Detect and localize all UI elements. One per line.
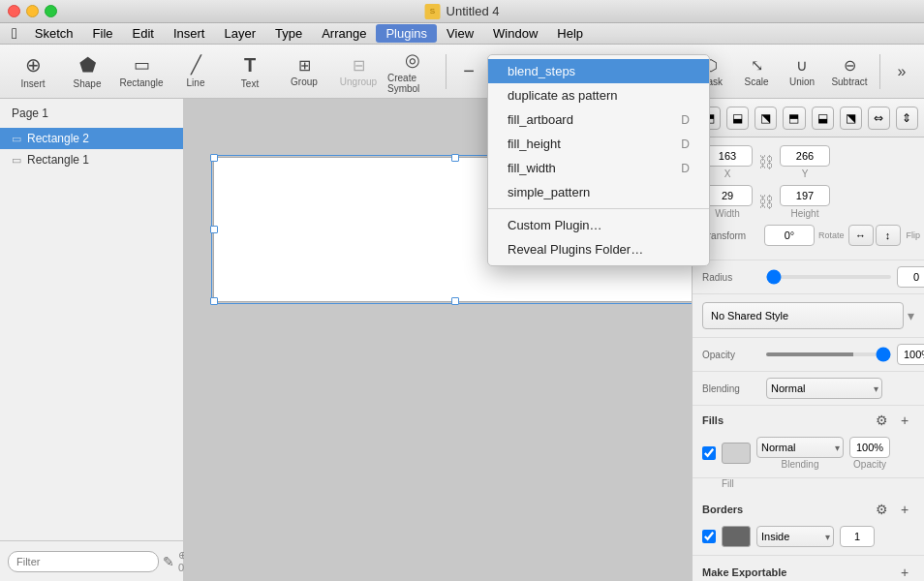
menu-item-blend-steps[interactable]: blend_steps	[488, 59, 709, 83]
ungroup-button[interactable]: ⊟ Ungroup	[333, 48, 384, 95]
scale-icon: ⤡	[751, 56, 763, 75]
doc-name: Untitled 4	[447, 4, 500, 18]
flip-v-button[interactable]: ↕	[876, 225, 901, 246]
menu-item-custom-plugin[interactable]: Custom Plugin…	[488, 213, 709, 237]
simple-pattern-label: simple_pattern	[508, 185, 590, 199]
x-label: X	[724, 168, 731, 179]
fill-width-shortcut: D	[681, 162, 690, 175]
radius-input[interactable]	[897, 266, 924, 288]
menu-item-fill-artboard[interactable]: fill_artboard D	[488, 107, 709, 132]
radius-label: Radius	[702, 272, 760, 283]
radius-slider[interactable]	[766, 275, 891, 279]
zoom-out-button[interactable]: −	[454, 48, 483, 95]
menu-sketch[interactable]: Sketch	[25, 24, 83, 43]
make-exportable-add-button[interactable]: +	[895, 564, 914, 581]
shared-style-arrow[interactable]: ▾	[908, 308, 914, 323]
handle-ml[interactable]	[210, 226, 218, 233]
group-button[interactable]: ⊞ Group	[279, 48, 329, 95]
menu-arrange[interactable]: Arrange	[312, 24, 376, 43]
sidebar-page: Page 1	[0, 99, 183, 128]
filter-input[interactable]	[8, 551, 159, 572]
borders-gear-button[interactable]: ⚙	[872, 501, 891, 518]
menu-plugins[interactable]: Plugins	[376, 24, 437, 43]
maximize-button[interactable]	[45, 5, 57, 17]
align-bottom-button[interactable]: ⬔	[840, 107, 862, 130]
rotate-input[interactable]	[764, 225, 815, 246]
handle-tl[interactable]	[210, 154, 218, 162]
fills-title: Fills	[702, 414, 724, 426]
scale-label: Scale	[744, 76, 768, 87]
borders-section: Borders ⚙ + Inside Outside Center	[693, 495, 924, 556]
height-input[interactable]	[780, 185, 830, 206]
menu-edit[interactable]: Edit	[123, 24, 164, 43]
flip-h-button[interactable]: ↔	[848, 225, 874, 246]
border-width-input[interactable]	[840, 526, 875, 547]
rectangle-button[interactable]: ▭ Rectangle	[116, 48, 167, 95]
handle-bl[interactable]	[210, 297, 218, 305]
fill-opacity-input[interactable]	[849, 437, 890, 458]
filter-edit-icon[interactable]: ✎	[163, 554, 174, 569]
subtract-label: Subtract	[831, 76, 867, 87]
scale-button[interactable]: ⤡ Scale	[735, 48, 778, 95]
y-label: Y	[802, 168, 809, 179]
menu-item-simple-pattern[interactable]: simple_pattern	[488, 180, 709, 204]
fills-section: Fills ⚙ + Normal Blending	[693, 406, 924, 495]
fills-gear-button[interactable]: ⚙	[872, 412, 891, 429]
shared-style-select[interactable]: No Shared Style	[702, 302, 904, 329]
subtract-button[interactable]: ⊖ Subtract	[826, 48, 873, 95]
menu-apple[interactable]: 	[4, 25, 25, 43]
menu-layer[interactable]: Layer	[214, 24, 265, 43]
line-button[interactable]: ╱ Line	[170, 48, 221, 95]
opacity-input[interactable]	[897, 344, 924, 365]
create-symbol-button[interactable]: ◎ Create Symbol	[387, 48, 438, 95]
border-position-select[interactable]: Inside Outside Center	[756, 526, 834, 547]
align-center-h-button[interactable]: ⬓	[726, 107, 749, 130]
union-button[interactable]: ∪ Union	[781, 48, 823, 95]
distribute-h-button[interactable]: ⇔	[868, 107, 890, 130]
traffic-lights[interactable]	[8, 5, 57, 17]
shape-button[interactable]: ⬟ Shape	[62, 48, 112, 95]
menu-insert[interactable]: Insert	[164, 24, 215, 43]
flip-buttons: ↔ ↕	[848, 225, 901, 246]
menu-item-reveal-folder[interactable]: Reveal Plugins Folder…	[488, 237, 709, 261]
menu-window[interactable]: Window	[483, 24, 547, 43]
menu-type[interactable]: Type	[265, 24, 312, 43]
menu-file[interactable]: File	[83, 24, 123, 43]
fill-blending-label: Blending	[782, 459, 819, 470]
align-top-button[interactable]: ⬒	[783, 107, 805, 130]
blending-select[interactable]: Normal Multiply Screen	[766, 378, 882, 399]
insert-button[interactable]: ⊕ Insert	[8, 48, 58, 95]
make-exportable-label: Make Exportable	[702, 566, 786, 578]
layer-item-rect1[interactable]: ▭ Rectangle 1	[0, 149, 183, 170]
create-symbol-label: Create Symbol	[387, 73, 438, 94]
more-button[interactable]: »	[887, 48, 916, 95]
y-input[interactable]	[780, 145, 830, 167]
fill-swatch-label: Fill	[722, 478, 734, 489]
close-button[interactable]	[8, 5, 20, 17]
menu-help[interactable]: Help	[547, 24, 593, 43]
text-button[interactable]: T Text	[225, 48, 275, 95]
minimize-button[interactable]	[26, 5, 39, 17]
align-center-v-button[interactable]: ⬓	[812, 107, 834, 130]
opacity-slider[interactable]	[766, 352, 891, 356]
ungroup-label: Ungroup	[340, 76, 377, 87]
blending-section: Blending Normal Multiply Screen	[693, 372, 924, 406]
fill-blend-select[interactable]: Normal	[756, 437, 844, 458]
handle-bc[interactable]	[451, 297, 459, 305]
handle-tc[interactable]	[451, 154, 459, 162]
menu-item-fill-height[interactable]: fill_height D	[488, 132, 709, 156]
border-checkbox[interactable]	[702, 530, 716, 543]
menu-item-fill-width[interactable]: fill_width D	[488, 156, 709, 180]
fill-color-swatch[interactable]	[722, 443, 751, 464]
fills-add-button[interactable]: +	[895, 412, 914, 429]
layer-label-rect2: Rectangle 2	[27, 132, 89, 145]
distribute-v-button[interactable]: ⇕	[896, 107, 918, 130]
menu-item-duplicate-pattern[interactable]: duplicate as pattern	[488, 83, 709, 107]
layer-item-rect2[interactable]: ▭ Rectangle 2	[0, 128, 183, 149]
menu-view[interactable]: View	[437, 24, 483, 43]
borders-add-button[interactable]: +	[895, 501, 914, 518]
duplicate-pattern-label: duplicate as pattern	[508, 88, 617, 103]
fill-checkbox[interactable]	[702, 446, 716, 460]
align-right-button[interactable]: ⬔	[755, 107, 777, 130]
border-color-swatch[interactable]	[722, 526, 751, 547]
